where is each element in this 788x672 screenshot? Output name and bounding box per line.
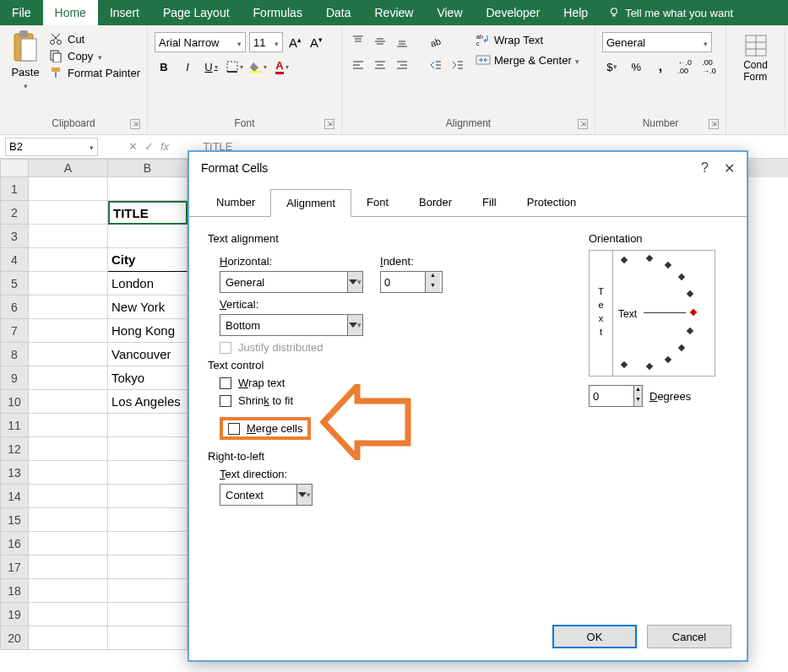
row-header[interactable]: 8 bbox=[0, 343, 29, 366]
row-header[interactable]: 15 bbox=[0, 508, 29, 532]
row-header[interactable]: 5 bbox=[0, 272, 29, 295]
paste-button[interactable]: Paste bbox=[5, 29, 46, 101]
dlg-tab-border[interactable]: Border bbox=[404, 189, 467, 216]
degrees-spinner[interactable]: ▲▼ bbox=[589, 385, 643, 407]
copy-button[interactable]: Copy bbox=[49, 49, 140, 62]
cell[interactable] bbox=[108, 603, 187, 626]
cell[interactable] bbox=[108, 555, 187, 579]
row-header[interactable]: 13 bbox=[0, 461, 29, 485]
row-header[interactable]: 16 bbox=[0, 532, 29, 555]
cell[interactable] bbox=[108, 437, 187, 461]
vertical-select[interactable]: Bottom bbox=[220, 314, 363, 336]
cell[interactable] bbox=[29, 343, 108, 366]
row-header[interactable]: 2 bbox=[0, 201, 29, 225]
cell[interactable] bbox=[29, 414, 108, 437]
cell[interactable] bbox=[29, 555, 108, 579]
dlg-tab-fill[interactable]: Fill bbox=[467, 189, 512, 216]
horizontal-select[interactable]: General bbox=[220, 271, 363, 293]
indent-up[interactable]: ▲ bbox=[426, 272, 440, 282]
row-header[interactable]: 18 bbox=[0, 579, 29, 603]
confirm-entry-icon[interactable]: ✓ bbox=[144, 140, 154, 153]
cell[interactable] bbox=[29, 532, 108, 555]
cell[interactable] bbox=[29, 461, 108, 485]
merge-center-button[interactable]: Merge & Center bbox=[476, 52, 579, 68]
tab-insert[interactable]: Insert bbox=[98, 0, 151, 25]
cell[interactable] bbox=[29, 579, 108, 603]
conditional-formatting-button[interactable]: CondForm bbox=[730, 29, 781, 83]
cell[interactable]: London bbox=[108, 272, 187, 295]
tab-review[interactable]: Review bbox=[363, 0, 426, 25]
row-header[interactable]: 17 bbox=[0, 555, 29, 579]
help-icon[interactable]: ? bbox=[701, 160, 709, 176]
cell[interactable] bbox=[108, 508, 187, 532]
row-header[interactable]: 19 bbox=[0, 603, 29, 626]
cell[interactable]: TITLE bbox=[108, 201, 187, 225]
fx-icon[interactable]: fx bbox=[160, 140, 169, 153]
percent-button[interactable]: % bbox=[627, 57, 646, 76]
increase-font-button[interactable]: A▴ bbox=[286, 35, 304, 50]
deg-down[interactable]: ▼ bbox=[634, 396, 642, 406]
orientation-vertical-text[interactable]: Text bbox=[590, 251, 613, 376]
dlg-tab-font[interactable]: Font bbox=[351, 189, 404, 216]
cut-button[interactable]: Cut bbox=[49, 32, 140, 46]
cell[interactable] bbox=[108, 485, 187, 508]
bold-button[interactable]: B bbox=[155, 57, 173, 76]
cell[interactable] bbox=[29, 272, 108, 295]
number-format-select[interactable]: General bbox=[602, 32, 712, 52]
cancel-button[interactable]: Cancel bbox=[647, 625, 731, 648]
increase-decimal-button[interactable]: ←.0.00 bbox=[675, 57, 694, 76]
orientation-button[interactable]: ab bbox=[427, 32, 445, 51]
font-name-select[interactable]: Arial Narrow bbox=[155, 32, 246, 52]
row-header[interactable]: 4 bbox=[0, 248, 29, 272]
indent-input[interactable] bbox=[381, 276, 425, 289]
cell[interactable] bbox=[29, 390, 108, 414]
clipboard-launcher[interactable]: ⇲ bbox=[130, 119, 140, 129]
row-header[interactable]: 14 bbox=[0, 485, 29, 508]
wrap-text-button[interactable]: abcWrap Text bbox=[476, 32, 579, 47]
tab-file[interactable]: File bbox=[0, 0, 43, 25]
name-box[interactable]: B2 bbox=[5, 138, 98, 156]
col-header-a[interactable]: A bbox=[29, 159, 108, 177]
cell[interactable] bbox=[108, 414, 187, 437]
decrease-decimal-button[interactable]: .00→.0 bbox=[699, 57, 719, 76]
align-center-button[interactable] bbox=[371, 56, 389, 74]
cell[interactable] bbox=[29, 626, 108, 650]
indent-down[interactable]: ▼ bbox=[426, 282, 440, 292]
number-launcher[interactable]: ⇲ bbox=[709, 119, 719, 129]
row-header[interactable]: 11 bbox=[0, 414, 29, 437]
decrease-indent-button[interactable] bbox=[427, 56, 445, 74]
ok-button[interactable]: OK bbox=[552, 625, 637, 648]
tab-help[interactable]: Help bbox=[552, 0, 600, 25]
cell[interactable] bbox=[29, 508, 108, 532]
cell[interactable] bbox=[108, 177, 187, 201]
row-header[interactable]: 3 bbox=[0, 225, 29, 248]
accounting-button[interactable]: $ bbox=[602, 57, 622, 76]
orientation-widget[interactable]: Text Text bbox=[589, 250, 715, 377]
row-header[interactable]: 1 bbox=[0, 177, 29, 201]
font-color-button[interactable]: A bbox=[273, 57, 291, 76]
col-header-b[interactable]: B bbox=[108, 159, 187, 177]
tab-data[interactable]: Data bbox=[314, 0, 363, 25]
cancel-entry-icon[interactable]: ✕ bbox=[128, 140, 138, 153]
row-header[interactable]: 20 bbox=[0, 626, 29, 650]
align-middle-button[interactable] bbox=[371, 32, 389, 51]
fill-color-button[interactable] bbox=[249, 57, 268, 76]
comma-button[interactable]: , bbox=[651, 57, 671, 76]
cell[interactable] bbox=[29, 603, 108, 626]
row-header[interactable]: 9 bbox=[0, 366, 29, 390]
align-bottom-button[interactable] bbox=[393, 32, 411, 51]
cell[interactable] bbox=[29, 248, 108, 272]
cell[interactable]: Vancouver bbox=[108, 343, 187, 366]
font-size-select[interactable]: 11 bbox=[249, 32, 283, 52]
degrees-input[interactable] bbox=[590, 390, 633, 403]
font-launcher[interactable]: ⇲ bbox=[324, 119, 334, 129]
indent-spinner[interactable]: ▲▼ bbox=[380, 271, 443, 293]
cell[interactable]: New York bbox=[108, 295, 187, 319]
text-direction-select[interactable]: Context bbox=[220, 484, 312, 506]
cell[interactable] bbox=[29, 485, 108, 508]
dlg-tab-number[interactable]: Number bbox=[201, 189, 270, 216]
align-top-button[interactable] bbox=[349, 32, 367, 51]
cell[interactable] bbox=[108, 579, 187, 603]
tab-developer[interactable]: Developer bbox=[475, 0, 552, 25]
cell[interactable] bbox=[29, 319, 108, 343]
